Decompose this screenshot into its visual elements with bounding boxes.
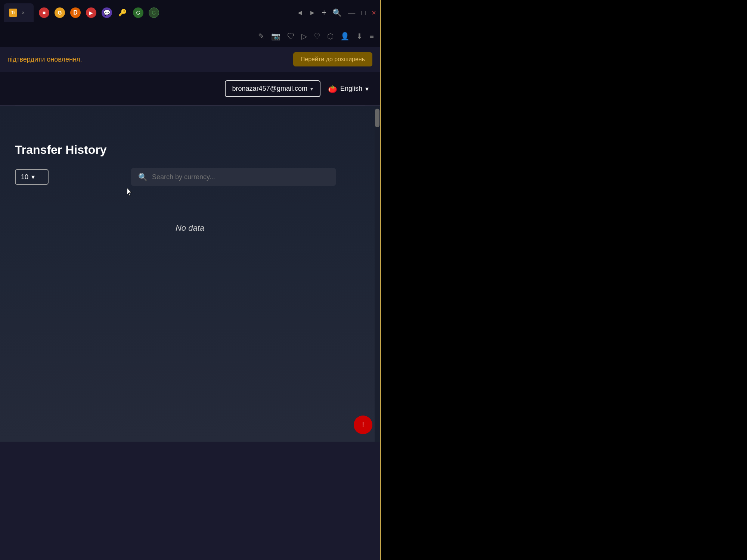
language-dropdown[interactable]: 🍅 English ▾ bbox=[328, 84, 369, 93]
email-chevron-icon: ▾ bbox=[310, 86, 313, 92]
user-icon[interactable]: 👤 bbox=[340, 32, 350, 41]
browser-window: Tr × ■ G D ▶ 💬 🔑 G bbox=[0, 0, 381, 560]
right-panel bbox=[381, 0, 747, 560]
active-tab[interactable]: Tr × bbox=[4, 3, 34, 22]
tab-favicon: Tr bbox=[9, 9, 17, 17]
tab-close-button[interactable]: × bbox=[22, 10, 25, 16]
nav-forward-icon[interactable]: ► bbox=[309, 9, 316, 17]
divider bbox=[15, 106, 365, 106]
search-bar: 🔍 bbox=[131, 168, 336, 186]
tab-icon-red[interactable]: ■ bbox=[39, 7, 49, 18]
browser-toolbar: ✎ 📷 🛡 ▷ ♡ ⬡ 👤 ⬇ ≡ bbox=[0, 25, 380, 47]
tab-icon-g1[interactable]: G bbox=[133, 7, 143, 18]
menu-icon[interactable]: ≡ bbox=[369, 32, 374, 41]
tab-icon-d[interactable]: D bbox=[70, 7, 81, 18]
close-button[interactable]: × bbox=[372, 9, 376, 17]
notification-bar: підтвердити оновлення. Перейти до розшир… bbox=[0, 47, 380, 72]
search-button[interactable]: 🔍 bbox=[332, 8, 342, 17]
box-icon[interactable]: ⬡ bbox=[327, 32, 334, 41]
transfer-controls: 10 ▾ 🔍 bbox=[15, 168, 365, 186]
nav-back-icon[interactable]: ◄ bbox=[297, 9, 303, 17]
tab-icon-key[interactable]: 🔑 bbox=[117, 7, 128, 18]
new-tab-button[interactable]: + bbox=[322, 8, 326, 18]
tab-icon-youtube[interactable]: ▶ bbox=[86, 7, 96, 18]
rows-per-page-select[interactable]: 10 ▾ bbox=[15, 169, 49, 185]
scrollbar-thumb[interactable] bbox=[375, 109, 379, 127]
minimize-button[interactable]: — bbox=[348, 9, 355, 17]
transfer-history-section: Transfer History 10 ▾ 🔍 No data bbox=[15, 143, 365, 233]
svg-marker-0 bbox=[127, 188, 131, 196]
search-icon: 🔍 bbox=[138, 172, 148, 181]
camera-icon[interactable]: 📷 bbox=[271, 32, 280, 41]
rows-chevron-icon: ▾ bbox=[31, 173, 35, 181]
edit-icon[interactable]: ✎ bbox=[258, 32, 264, 41]
tab-icon-g2[interactable]: G bbox=[149, 7, 159, 18]
email-value: bronazar457@gmail.com bbox=[232, 85, 307, 93]
rows-value: 10 bbox=[21, 173, 28, 181]
download-icon[interactable]: ⬇ bbox=[356, 32, 363, 41]
flag-icon: 🍅 bbox=[328, 84, 337, 93]
currency-search-input[interactable] bbox=[152, 173, 329, 181]
restore-button[interactable]: □ bbox=[361, 9, 366, 17]
heart-icon[interactable]: ♡ bbox=[314, 32, 320, 41]
extensions-button[interactable]: Перейти до розширень bbox=[293, 52, 372, 66]
notification-badge[interactable]: ! bbox=[354, 416, 372, 434]
transfer-history-title: Transfer History bbox=[15, 143, 365, 157]
mouse-cursor bbox=[127, 188, 133, 195]
nav-controls: ◄ ► + 🔍 — □ × bbox=[297, 8, 376, 18]
notification-text: підтвердити оновлення. bbox=[7, 56, 82, 63]
tab-bar: Tr × ■ G D ▶ 💬 🔑 G bbox=[0, 0, 380, 25]
tab-icons-group: ■ G D ▶ 💬 🔑 G G bbox=[39, 7, 159, 18]
lang-chevron-icon: ▾ bbox=[365, 85, 369, 93]
email-dropdown[interactable]: bronazar457@gmail.com ▾ bbox=[225, 80, 320, 97]
page-header: bronazar457@gmail.com ▾ 🍅 English ▾ bbox=[0, 72, 380, 106]
scrollbar-track[interactable] bbox=[375, 106, 380, 442]
tab-icon-grammarly[interactable]: G bbox=[55, 7, 65, 18]
tab-icon-chat[interactable]: 💬 bbox=[102, 7, 112, 18]
no-data-message: No data bbox=[15, 223, 365, 233]
main-content: Transfer History 10 ▾ 🔍 No data ! bbox=[0, 106, 380, 442]
play-icon[interactable]: ▷ bbox=[301, 32, 307, 41]
shield-icon[interactable]: 🛡 bbox=[287, 32, 295, 41]
language-label: English bbox=[340, 85, 362, 93]
